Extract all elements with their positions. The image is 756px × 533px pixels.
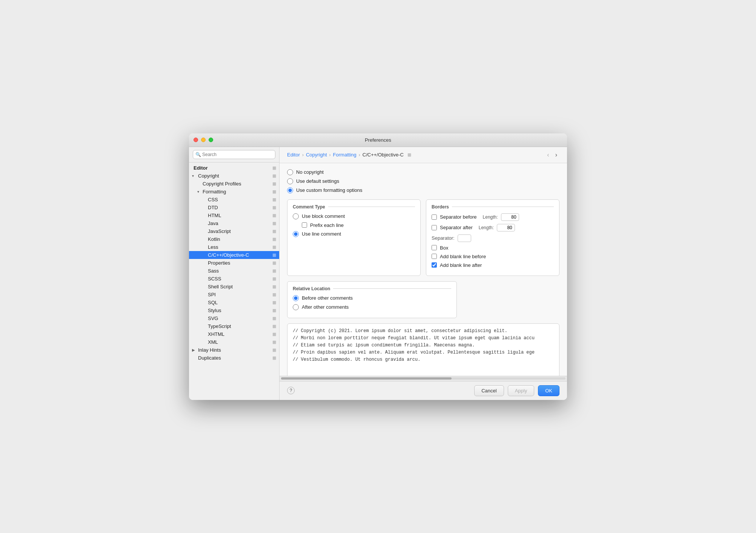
- separator-char-input[interactable]: [458, 234, 471, 242]
- box-checkbox[interactable]: [432, 245, 437, 250]
- maximize-button[interactable]: [209, 138, 213, 142]
- java-icon: ▦: [272, 221, 276, 226]
- before-comments-row: Before other comments: [293, 295, 451, 301]
- sidebar-item-sass[interactable]: Sass ▦: [189, 267, 279, 275]
- sql-label: SQL: [208, 300, 272, 305]
- copyright-arrow: ▾: [192, 174, 197, 178]
- separator-before-checkbox[interactable]: [432, 214, 437, 220]
- after-comments-radio[interactable]: [293, 304, 299, 310]
- sidebar-item-scss[interactable]: SCSS ▦: [189, 275, 279, 283]
- xhtml-icon: ▦: [272, 332, 276, 337]
- preferences-window: Preferences 🔍 Editor ▦ ▾ Copyright: [189, 133, 567, 400]
- xhtml-label: XHTML: [208, 331, 272, 337]
- window-title: Preferences: [365, 137, 391, 143]
- sass-icon: ▦: [272, 268, 276, 273]
- block-comment-radio[interactable]: [293, 213, 299, 219]
- sidebar-item-xhtml[interactable]: XHTML ▦: [189, 330, 279, 338]
- breadcrumb-copyright[interactable]: Copyright: [306, 152, 327, 158]
- cpp-label: C/C++/Objective-C: [208, 252, 272, 258]
- sidebar-item-inlay-hints[interactable]: ▶ Inlay Hints ▦: [189, 346, 279, 354]
- traffic-lights: [194, 138, 213, 142]
- shellscript-label: Shell Script: [208, 284, 272, 289]
- sidebar-item-spi[interactable]: SPI ▦: [189, 291, 279, 299]
- scrollbar-thumb[interactable]: [281, 377, 452, 380]
- properties-icon: ▦: [272, 260, 276, 265]
- prefix-each-line-checkbox[interactable]: [302, 222, 307, 228]
- sidebar-item-editor[interactable]: Editor ▦: [189, 164, 279, 172]
- breadcrumb-sep-3: ›: [359, 152, 360, 158]
- radio-row-no-copyright: No copyright: [287, 169, 559, 175]
- inlay-hints-label: Inlay Hints: [197, 347, 272, 353]
- scss-label: SCSS: [208, 276, 272, 282]
- sidebar-item-shellscript[interactable]: Shell Script ▦: [189, 283, 279, 291]
- sidebar: 🔍 Editor ▦ ▾ Copyright ▦: [189, 147, 280, 400]
- minimize-button[interactable]: [201, 138, 206, 142]
- help-button[interactable]: ?: [287, 387, 295, 394]
- sidebar-item-formatting[interactable]: ▾ Formatting ▦: [189, 188, 279, 196]
- sidebar-item-svg[interactable]: SVG ▦: [189, 314, 279, 322]
- sidebar-item-copyright[interactable]: ▾ Copyright ▦: [189, 172, 279, 180]
- copyright-profiles-icon: ▦: [272, 181, 276, 186]
- sidebar-item-css[interactable]: CSS ▦: [189, 196, 279, 204]
- use-custom-radio[interactable]: [287, 187, 293, 193]
- prefix-each-line-row: Prefix each line: [293, 222, 415, 228]
- sidebar-item-properties[interactable]: Properties ▦: [189, 259, 279, 267]
- add-blank-after-checkbox[interactable]: [432, 262, 437, 268]
- inlay-hints-icon: ▦: [272, 348, 276, 352]
- sidebar-item-java[interactable]: Java ▦: [189, 219, 279, 227]
- sidebar-item-xml[interactable]: XML ▦: [189, 338, 279, 346]
- after-comments-row: After other comments: [293, 304, 451, 310]
- breadcrumb: Editor › Copyright › Formatting › C/C++/…: [280, 147, 567, 163]
- sidebar-item-sql[interactable]: SQL ▦: [189, 299, 279, 306]
- sql-icon: ▦: [272, 300, 276, 305]
- close-button[interactable]: [194, 138, 198, 142]
- box-label: Box: [440, 245, 448, 251]
- javascript-label: JavaScript: [208, 228, 272, 234]
- borders-header-row: Borders: [432, 204, 554, 210]
- breadcrumb-editor[interactable]: Editor: [287, 152, 300, 158]
- less-icon: ▦: [272, 245, 276, 250]
- separator-after-checkbox[interactable]: [432, 225, 437, 230]
- svg-icon: ▦: [272, 316, 276, 321]
- nav-back-button[interactable]: ‹: [545, 151, 551, 159]
- sidebar-item-less[interactable]: Less ▦: [189, 243, 279, 251]
- preview-area[interactable]: // Copyright (c) 2021. Lorem ipsum dolor…: [287, 323, 559, 376]
- java-label: Java: [208, 221, 272, 226]
- sidebar-item-cpp[interactable]: C/C++/Objective-C ▦: [189, 251, 279, 259]
- no-copyright-radio[interactable]: [287, 169, 293, 175]
- breadcrumb-settings-icon[interactable]: ▦: [407, 152, 411, 157]
- breadcrumb-formatting[interactable]: Formatting: [333, 152, 356, 158]
- cancel-button[interactable]: Cancel: [474, 385, 504, 396]
- shellscript-icon: ▦: [272, 284, 276, 289]
- separator-before-length-input[interactable]: [501, 213, 519, 221]
- before-comments-radio[interactable]: [293, 295, 299, 301]
- sidebar-item-kotlin[interactable]: Kotlin ▦: [189, 235, 279, 243]
- block-comment-row: Use block comment: [293, 213, 415, 219]
- copyright-icon: ▦: [272, 173, 276, 178]
- separator-before-row: Separator before Length:: [432, 213, 554, 221]
- comment-type-title: Comment Type: [293, 204, 325, 210]
- relative-location-section: Relative Location Before other comments …: [287, 281, 457, 318]
- stylus-icon: ▦: [272, 308, 276, 313]
- use-default-radio[interactable]: [287, 178, 293, 184]
- ok-button[interactable]: OK: [538, 385, 559, 396]
- sidebar-item-typescript[interactable]: TypeScript ▦: [189, 322, 279, 330]
- sidebar-item-copyright-profiles[interactable]: Copyright Profiles ▦: [189, 180, 279, 188]
- separator-after-length-input[interactable]: [497, 224, 515, 231]
- html-icon: ▦: [272, 213, 276, 218]
- add-blank-before-checkbox[interactable]: [432, 254, 437, 259]
- line-comment-radio[interactable]: [293, 231, 299, 237]
- separator-char-label: Separator:: [432, 235, 455, 241]
- horizontal-scrollbar[interactable]: [280, 376, 567, 381]
- sidebar-item-duplicates[interactable]: Duplicates ▦: [189, 354, 279, 362]
- spi-icon: ▦: [272, 292, 276, 297]
- nav-forward-button[interactable]: ›: [553, 151, 559, 159]
- sidebar-item-stylus[interactable]: Stylus ▦: [189, 306, 279, 314]
- sidebar-item-dtd[interactable]: DTD ▦: [189, 204, 279, 211]
- sidebar-item-html[interactable]: HTML ▦: [189, 211, 279, 219]
- sidebar-item-javascript[interactable]: JavaScript ▦: [189, 227, 279, 235]
- use-default-label: Use default settings: [296, 178, 339, 184]
- no-copyright-label: No copyright: [296, 169, 324, 175]
- search-input[interactable]: [193, 150, 275, 159]
- apply-button[interactable]: Apply: [508, 385, 535, 396]
